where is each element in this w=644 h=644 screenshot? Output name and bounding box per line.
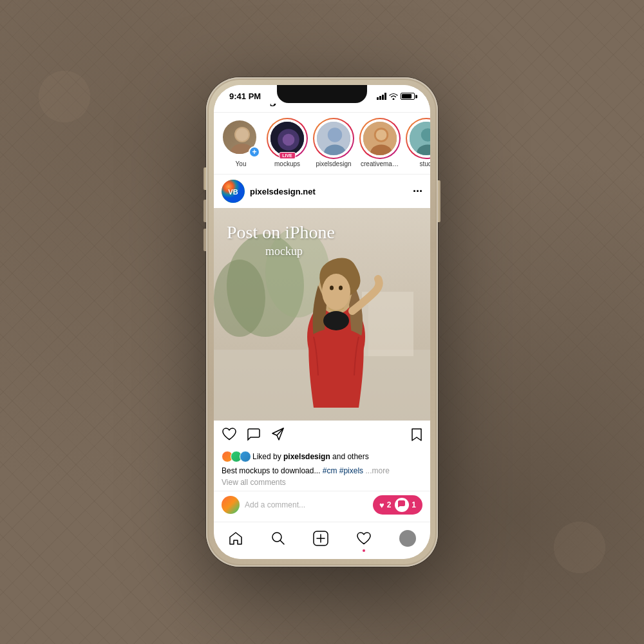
story-item-you[interactable]: + You (222, 119, 260, 167)
story-avatar-pixels (316, 120, 352, 156)
liked-avatars: Liked by pixelsdesign and others (222, 451, 422, 462)
story-item-pixels[interactable]: pixelsdesign (314, 119, 353, 167)
like-button[interactable] (222, 427, 237, 446)
story-label-studio: studi (419, 160, 430, 167)
story-avatar-wrap-pixels (314, 119, 353, 158)
liked-by-section: Liked by pixelsdesign and others (214, 451, 430, 466)
svg-point-40 (330, 286, 334, 290)
svg-point-17 (283, 134, 295, 146)
post-text-line2: mockup (265, 244, 335, 259)
story-label-creative: creativemarket (361, 160, 399, 167)
svg-rect-3 (384, 93, 386, 100)
liked-text: Liked by pixelsdesign and others (252, 452, 369, 461)
nav-add[interactable] (313, 531, 328, 546)
story-label-you: You (236, 160, 247, 167)
story-item-studio[interactable]: studi (407, 119, 430, 167)
battery-icon (401, 93, 415, 100)
feed-content[interactable]: Instagram (214, 85, 430, 522)
svg-point-39 (322, 274, 350, 310)
signal-icon (377, 93, 386, 100)
story-avatar-wrap-creative (361, 119, 399, 158)
post-image: Post on iPhone mockup (214, 208, 430, 421)
notif-comment-bubble (395, 498, 409, 512)
story-item-creative[interactable]: creativemarket (361, 119, 399, 167)
post-header: VB pixelsdesign.net ··· (214, 175, 430, 208)
liked-avatar-3 (240, 451, 251, 462)
caption-more: ...more (365, 466, 389, 475)
caption-text: Best mockups to download... (222, 466, 320, 475)
svg-point-14 (236, 128, 249, 141)
view-comments-link[interactable]: View all comments (214, 478, 430, 491)
story-item-mockups[interactable]: LIVE mockups (268, 119, 307, 167)
stories-bar: + You (214, 113, 430, 175)
liked-mini-avatars (222, 451, 249, 462)
story-ring-creative (359, 118, 401, 159)
post-actions-left (222, 427, 285, 446)
story-ring-studio (406, 118, 430, 159)
notif-comment-icon (397, 500, 406, 511)
notif-comments-count: 1 (412, 500, 416, 509)
bookmark-button[interactable] (411, 428, 422, 446)
story-ring-pixels (313, 118, 354, 159)
notification-bubble[interactable]: ♥ 2 1 (373, 495, 422, 515)
svg-point-32 (214, 260, 265, 337)
status-time: 9:41 PM (229, 91, 261, 101)
story-label-pixels: pixelsdesign (316, 160, 351, 167)
post-more-button[interactable]: ··· (413, 185, 422, 198)
story-avatar-studio (408, 120, 430, 156)
notif-heart-icon: ♥ (379, 500, 384, 510)
post-caption: Best mockups to download... #cm #pixels … (214, 466, 430, 478)
svg-rect-2 (382, 95, 384, 100)
post-user-info: VB pixelsdesign.net (222, 180, 316, 203)
post-text-line1: Post on iPhone (227, 222, 335, 242)
svg-text:VB: VB (228, 188, 238, 196)
phone-notch (277, 85, 367, 103)
screen-content: 9:41 PM (214, 85, 430, 559)
story-avatar-mockups (269, 120, 305, 156)
add-story-button[interactable]: + (249, 146, 260, 158)
phone-screen: 9:41 PM (214, 85, 430, 559)
svg-point-41 (339, 286, 343, 290)
post-username: pixelsdesign.net (250, 187, 316, 196)
bottom-nav (214, 522, 430, 559)
story-avatar-wrap-you: + (222, 119, 260, 158)
notif-likes-count: 2 (387, 500, 392, 509)
caption-hashtags: #cm #pixels (323, 466, 363, 475)
status-icons (377, 93, 415, 100)
nav-home[interactable] (228, 531, 243, 545)
svg-rect-0 (377, 97, 379, 100)
comment-input[interactable]: Add a comment... (245, 500, 368, 509)
post-user-avatar: VB (222, 180, 245, 203)
nav-heart-dot (363, 549, 365, 552)
share-button[interactable] (270, 427, 285, 446)
story-avatar-wrap-mockups: LIVE (268, 119, 307, 158)
svg-point-42 (323, 311, 349, 330)
comment-button[interactable] (246, 427, 261, 446)
wifi-icon (389, 93, 398, 100)
nav-search[interactable] (271, 531, 285, 545)
nav-heart[interactable] (356, 531, 372, 545)
svg-line-45 (280, 540, 284, 544)
svg-rect-1 (379, 96, 381, 100)
comment-user-avatar (222, 496, 240, 514)
nav-profile[interactable] (399, 530, 416, 547)
svg-point-19 (328, 128, 342, 142)
live-badge: LIVE (279, 152, 296, 159)
post-actions (214, 421, 430, 451)
story-avatar-creative (362, 120, 398, 156)
liked-username: pixelsdesign (283, 452, 330, 461)
story-avatar-wrap-studio (407, 119, 430, 158)
story-label-mockups: mockups (274, 160, 300, 167)
svg-point-24 (376, 129, 387, 140)
phone-mockup: 9:41 PM (206, 77, 438, 567)
post-overlay-text: Post on iPhone mockup (227, 221, 335, 260)
comment-input-row: Add a comment... ♥ 2 1 (214, 491, 430, 518)
nav-profile-avatar (399, 530, 416, 547)
